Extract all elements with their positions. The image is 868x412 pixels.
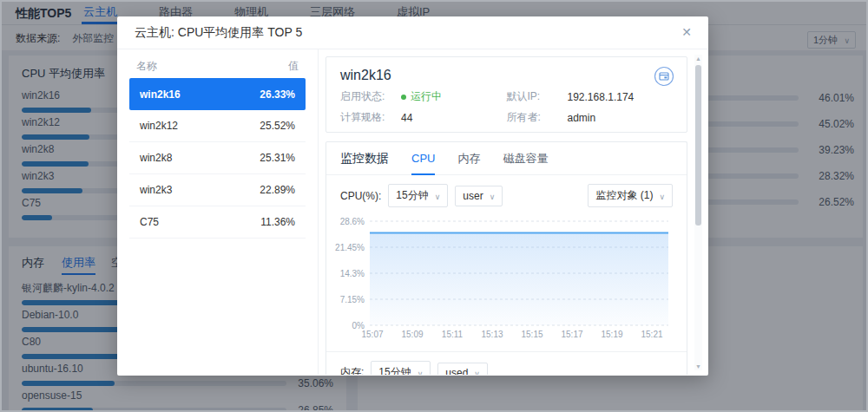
host-name: win2k16 xyxy=(340,66,673,85)
svg-text:15:19: 15:19 xyxy=(601,330,622,339)
scrollbar-thumb[interactable] xyxy=(695,65,701,226)
monitor-objects-value: 监控对象 (1) xyxy=(595,188,653,203)
host-list-value: 25.31% xyxy=(260,152,295,164)
cpu-interval-value: 15分钟 xyxy=(396,188,428,203)
modal-header: 云主机: CPU平均使用率 TOP 5 xyxy=(117,16,708,49)
host-list-name: C75 xyxy=(140,216,159,228)
svg-text:15:15: 15:15 xyxy=(521,330,542,339)
cpu-metric-select[interactable]: user xyxy=(455,186,503,206)
chevron-down-icon xyxy=(474,367,480,376)
host-info-card: win2k16 启用状态:运行中默认IP:192.168.1.174计算规格:4… xyxy=(326,56,687,133)
field-value: 44 xyxy=(401,112,412,124)
cpu-metric-label: CPU(%): xyxy=(340,190,381,202)
svg-text:0%: 0% xyxy=(352,321,365,330)
cpu-metric-value: user xyxy=(463,190,483,202)
close-icon[interactable] xyxy=(679,24,694,40)
svg-text:15:17: 15:17 xyxy=(561,330,582,339)
chevron-down-icon xyxy=(435,190,441,202)
svg-text:15:21: 15:21 xyxy=(641,330,662,339)
svg-text:7.15%: 7.15% xyxy=(340,295,365,304)
svg-text:15:09: 15:09 xyxy=(401,330,423,339)
monitor-section-label: 监控数据 xyxy=(340,151,389,167)
host-field: 启用状态:运行中 xyxy=(340,90,507,103)
host-field: 所有者:admin xyxy=(507,111,674,124)
svg-text:21.45%: 21.45% xyxy=(335,243,365,252)
memory-interval-select[interactable]: 15分钟 xyxy=(371,361,431,375)
svg-text:15:07: 15:07 xyxy=(361,330,383,339)
modal-title: 云主机: CPU平均使用率 TOP 5 xyxy=(135,25,302,41)
monitor-tab[interactable]: CPU xyxy=(411,142,435,175)
host-list-value: 22.89% xyxy=(260,184,295,196)
chevron-down-icon xyxy=(418,367,424,376)
list-col-value: 值 xyxy=(288,59,299,74)
host-list-value: 26.33% xyxy=(260,88,295,101)
svg-text:28.6%: 28.6% xyxy=(340,217,365,226)
cpu-interval-select[interactable]: 15分钟 xyxy=(388,184,448,207)
memory-chart-controls: 内存: 15分钟 used xyxy=(326,351,687,375)
host-list-row[interactable]: C7511.36% xyxy=(129,206,306,239)
memory-metric-value: used xyxy=(445,367,468,376)
field-value: 运行中 xyxy=(401,89,442,104)
scroll-up-icon[interactable] xyxy=(694,55,702,62)
field-label: 默认IP: xyxy=(507,89,568,104)
cpu-chart-controls: CPU(%): 15分钟 user 监控对象 (1) xyxy=(326,175,687,211)
host-list-row[interactable]: win2k1626.33% xyxy=(129,78,306,110)
host-fields: 启用状态:运行中默认IP:192.168.1.174计算规格:44所有者:adm… xyxy=(340,90,673,124)
host-list-value: 25.52% xyxy=(260,120,295,132)
svg-text:15:13: 15:13 xyxy=(481,330,503,339)
top5-detail-modal: 云主机: CPU平均使用率 TOP 5 名称 值 win2k1626.33%wi… xyxy=(117,16,708,376)
screenshot-frame: 性能TOP5 云主机路由器物理机三层网络虚拟IP 数据来源: 外部监控内部监控 … xyxy=(0,0,868,412)
status-dot-icon xyxy=(401,95,406,100)
field-label: 所有者: xyxy=(507,110,568,125)
host-field: 默认IP:192.168.1.174 xyxy=(507,90,674,103)
svg-text:15:11: 15:11 xyxy=(442,330,464,339)
host-list-name: win2k3 xyxy=(140,184,172,196)
monitor-tab[interactable]: 内存 xyxy=(457,142,480,175)
scroll-down-icon[interactable] xyxy=(694,363,702,370)
host-list-row[interactable]: win2k322.89% xyxy=(129,174,306,206)
cpu-line-chart: 0%7.15%14.3%21.45%28.6%15:0715:0915:1115… xyxy=(333,211,673,346)
field-value: 192.168.1.174 xyxy=(568,91,635,103)
memory-interval-value: 15分钟 xyxy=(378,365,411,375)
monitor-tab[interactable]: 磁盘容量 xyxy=(503,142,548,175)
monitor-tab-bar: 监控数据 CPU内存磁盘容量 xyxy=(326,142,687,175)
chevron-down-icon xyxy=(490,190,496,202)
chevron-down-icon xyxy=(659,190,665,202)
svg-text:14.3%: 14.3% xyxy=(340,269,365,278)
host-field: 计算规格:44 xyxy=(340,111,507,124)
host-list-value: 11.36% xyxy=(260,216,295,228)
memory-metric-label: 内存: xyxy=(340,365,364,375)
console-icon[interactable] xyxy=(654,66,674,87)
monitor-card: 监控数据 CPU内存磁盘容量 CPU(%): 15分钟 user xyxy=(326,141,687,375)
host-list: 名称 值 win2k1626.33%win2k1225.52%win2k825.… xyxy=(117,49,319,375)
host-list-row[interactable]: win2k825.31% xyxy=(129,142,306,174)
list-col-name: 名称 xyxy=(136,59,157,74)
field-value: admin xyxy=(568,112,596,124)
host-list-name: win2k8 xyxy=(140,152,172,164)
host-detail: win2k16 启用状态:运行中默认IP:192.168.1.174计算规格:4… xyxy=(319,49,708,375)
host-list-name: win2k16 xyxy=(140,88,181,101)
host-list-row[interactable]: win2k1225.52% xyxy=(129,110,306,142)
field-label: 计算规格: xyxy=(340,110,401,125)
modal-scrollbar[interactable] xyxy=(694,55,702,370)
monitor-objects-select[interactable]: 监控对象 (1) xyxy=(588,184,673,207)
host-list-name: win2k12 xyxy=(140,120,178,132)
field-label: 启用状态: xyxy=(340,89,401,104)
memory-metric-select[interactable]: used xyxy=(437,363,488,376)
